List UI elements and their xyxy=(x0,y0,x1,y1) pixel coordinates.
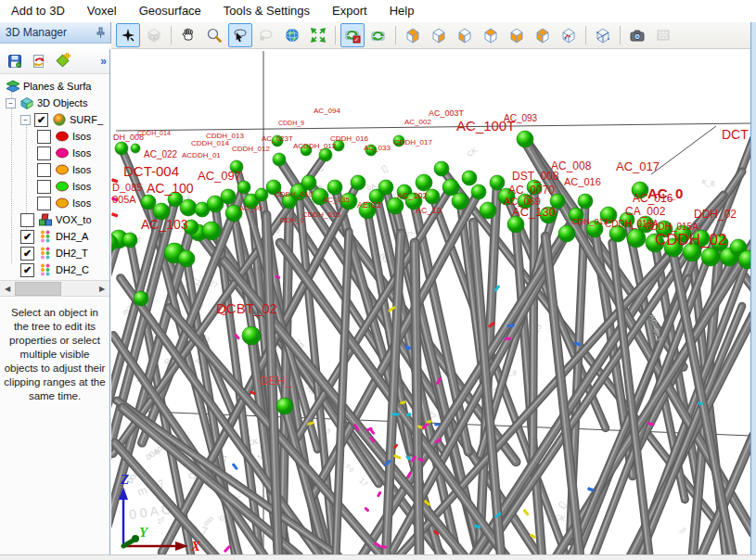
drillhole-label: AC_035 xyxy=(323,196,350,204)
svg-text:C2: C2 xyxy=(379,164,391,175)
drillhole-label: AC_10 xyxy=(416,206,442,215)
tree-horizontal-scrollbar[interactable]: ◀ ▶ xyxy=(0,280,109,297)
toolbar-separator xyxy=(620,26,621,45)
tree-expander-icon[interactable]: − xyxy=(6,98,16,108)
zoom-extents-tool-icon[interactable] xyxy=(306,23,330,47)
tree-item-isos[interactable]: Isos xyxy=(0,145,109,161)
view-cube-1-icon[interactable] xyxy=(401,23,425,47)
tree-item-label: VOX_to xyxy=(56,214,92,225)
voxel-icon xyxy=(38,213,53,226)
scrollbar-thumb[interactable] xyxy=(15,282,61,296)
menu-bar: Add to 3DVoxelGeosurfaceTools & Settings… xyxy=(0,0,756,23)
tree-checkbox[interactable] xyxy=(37,197,51,210)
tree-checkbox[interactable] xyxy=(37,163,51,177)
pan-tool-icon[interactable] xyxy=(176,23,200,47)
perspective-tool-icon[interactable] xyxy=(591,23,615,47)
drillhole-label: AC_022 xyxy=(144,149,178,159)
drillhole-label: DDH_02 xyxy=(694,208,737,221)
svg-text:CK.: CK. xyxy=(466,145,481,159)
save-3d-view-icon[interactable] xyxy=(4,50,26,72)
add-to-3d-icon[interactable] xyxy=(52,50,74,72)
main-body: » Planes & Surfa−3D Objects−✔SURF_IsosIs… xyxy=(0,49,756,554)
drillhole-label: AC_0070 xyxy=(508,184,555,197)
panel-title: 3D Manager xyxy=(0,26,94,39)
tree-item-dh2-t[interactable]: ✔DH2_T xyxy=(0,245,109,261)
drillhole-label: CDH_013 xyxy=(571,217,609,226)
tree-checkbox[interactable] xyxy=(37,146,51,160)
zoom-tool-icon[interactable] xyxy=(202,23,226,47)
view-cube-3-icon[interactable] xyxy=(453,23,477,47)
menu-item-help[interactable]: Help xyxy=(378,0,426,22)
view-cube-5-icon[interactable] xyxy=(505,23,529,47)
drillhole-label: AEIC2 xyxy=(357,200,381,210)
tree-item-3d-objects[interactable]: −3D Objects xyxy=(0,95,109,111)
tree-checkbox[interactable]: ✔ xyxy=(34,113,48,127)
view-cube-2-icon[interactable] xyxy=(427,23,451,47)
nav-pointer-tool-icon[interactable] xyxy=(116,23,140,47)
tree-item-isos[interactable]: Isos xyxy=(0,161,109,178)
tree-item-dh2-a[interactable]: ✔DH2_A xyxy=(0,228,109,245)
tree-item-planes-surfa[interactable]: Planes & Surfa xyxy=(0,78,109,95)
menu-item-voxel[interactable]: Voxel xyxy=(76,0,128,22)
tree-item-surf-[interactable]: −✔SURF_ xyxy=(0,111,109,128)
pin-icon[interactable] xyxy=(94,26,107,39)
scrollbar-track[interactable] xyxy=(15,281,95,296)
menu-item-geosurface[interactable]: Geosurface xyxy=(128,0,212,22)
drillhole-icon xyxy=(38,230,53,243)
movie-tool-icon xyxy=(651,23,675,47)
tree-item-dh2-c[interactable]: ✔DH2_C xyxy=(0,261,109,278)
tree-checkbox[interactable] xyxy=(37,130,51,144)
snapshot-tool-icon[interactable] xyxy=(625,23,649,47)
refresh-view-auto-tool-icon[interactable]: ✓ xyxy=(340,23,365,47)
tree-item-isos[interactable]: Isos xyxy=(0,178,109,195)
svg-text:C2: C2 xyxy=(557,500,569,512)
scroll-right-arrow-icon[interactable]: ▶ xyxy=(95,281,109,296)
tree-expander-icon[interactable]: − xyxy=(20,115,31,125)
object-tree: Planes & Surfa−3D Objects−✔SURF_IsosIsos… xyxy=(0,74,109,280)
toolbar-separator xyxy=(585,26,586,45)
drillhole-label: CDDH_9 xyxy=(278,120,304,127)
3d-viewport[interactable]: 7m0AC2?C2?K_8m27tb.7CK.CK.CK.-093tb.7K_8… xyxy=(111,49,751,554)
menu-item-tools-settings[interactable]: Tools & Settings xyxy=(212,0,321,22)
panel-toolbar-overflow-chevron[interactable]: » xyxy=(100,55,107,68)
drillhole-label: ACDDH_013 xyxy=(293,142,337,150)
view-cube-4-icon[interactable] xyxy=(479,23,503,47)
tree-item-label: Isos xyxy=(72,131,91,142)
3d-scene: 7m0AC2?C2?K_8m27tb.7CK.CK.CK.-093tb.7K_8… xyxy=(111,49,751,554)
iso-icon xyxy=(55,180,70,193)
menu-item-add-to-3d[interactable]: Add to 3D xyxy=(0,0,76,22)
view-cube-6-icon[interactable] xyxy=(531,23,555,47)
toolbar-separator xyxy=(335,26,336,45)
drillhole-label: CDDH_02 xyxy=(655,231,726,248)
drillhole-label: CDDH_014 xyxy=(191,139,229,147)
globe-tool-icon[interactable] xyxy=(280,23,304,47)
drillhole-label: AC_130 xyxy=(512,205,556,219)
tree-item-vox-to[interactable]: VOX_to xyxy=(0,211,109,228)
tree-item-isos[interactable]: Isos xyxy=(0,195,109,211)
scroll-left-arrow-icon[interactable]: ◀ xyxy=(0,281,15,296)
refresh-3d-view-icon[interactable] xyxy=(28,50,50,72)
drillhole-label: AC_016 xyxy=(564,176,601,187)
tree-checkbox[interactable] xyxy=(20,213,34,227)
drillhole-label: AC_100T xyxy=(456,118,515,134)
tree-checkbox[interactable]: ✔ xyxy=(20,263,34,277)
select-lasso-tool-icon[interactable] xyxy=(228,23,252,47)
drillhole-label: DCBT_02 xyxy=(216,300,277,316)
tree-checkbox[interactable]: ✔ xyxy=(20,247,34,261)
toolbar-separator xyxy=(395,26,396,45)
view-custom-icon[interactable] xyxy=(557,23,581,47)
tree-item-isos[interactable]: Isos xyxy=(0,128,109,145)
tree-checkbox[interactable]: ✔ xyxy=(20,230,34,244)
svg-text:0 0: 0 0 xyxy=(345,463,356,474)
svg-text:7m: 7m xyxy=(677,526,687,536)
drillhole-label: CDDH_019 xyxy=(275,190,313,198)
refresh-view-tool-icon[interactable] xyxy=(366,23,391,47)
tree-item-label: SURF_ xyxy=(70,114,103,125)
panel-toolbar: » xyxy=(0,49,109,74)
x-axis-label: X xyxy=(190,539,201,554)
tree-checkbox[interactable] xyxy=(37,180,51,194)
iso-icon xyxy=(55,163,70,176)
menu-item-export[interactable]: Export xyxy=(321,0,378,22)
drillhole-label: D_085 xyxy=(112,182,142,193)
drillhole-label: AC_017 xyxy=(616,159,660,173)
